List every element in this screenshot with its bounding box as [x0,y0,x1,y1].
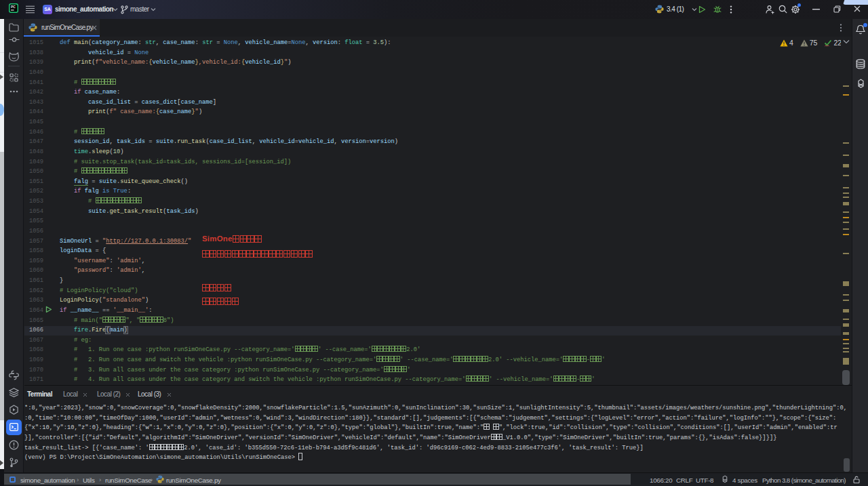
svg-text:PC: PC [11,5,16,9]
